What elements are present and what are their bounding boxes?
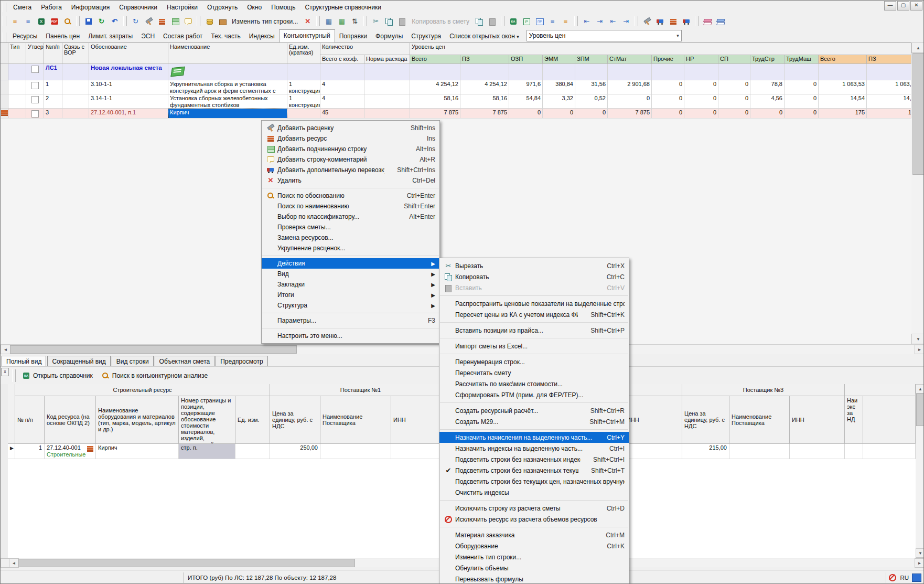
menu-item-add-subrow[interactable]: Добавить подчиненную строкуAlt+Ins bbox=[262, 144, 439, 154]
tab-teh-chast[interactable]: Тех. часть bbox=[207, 30, 244, 43]
menu-item-copy[interactable]: КопироватьCtrl+C bbox=[439, 271, 629, 282]
menu-informacia[interactable]: Информация bbox=[67, 2, 114, 13]
cargo-button[interactable] bbox=[216, 15, 229, 27]
cell-value[interactable]: 0 bbox=[785, 94, 819, 109]
cell-value[interactable]: 0 bbox=[652, 94, 684, 109]
checkbox[interactable] bbox=[31, 110, 39, 118]
cell-value[interactable] bbox=[460, 64, 509, 80]
cell-name[interactable]: Установка сборных железобетонных фундаме… bbox=[168, 94, 287, 109]
menu-item-assign-indexes[interactable]: Назначить индексы на выделенную часть...… bbox=[439, 443, 629, 454]
cell-value[interactable] bbox=[575, 64, 608, 80]
checkbox[interactable] bbox=[31, 96, 39, 103]
cell-value[interactable]: 4 254,12 bbox=[460, 80, 509, 94]
cell-value[interactable]: 0 bbox=[509, 109, 543, 119]
outdent-button[interactable] bbox=[606, 15, 619, 27]
table-row[interactable]: 3 27.12.40-001, п.1 Кирпич 45 7 875 7 87… bbox=[1, 109, 911, 119]
cell-type[interactable] bbox=[8, 109, 26, 119]
tab-struktura[interactable]: Структура bbox=[407, 30, 445, 43]
delete-row-button[interactable] bbox=[301, 15, 314, 27]
cell-num[interactable]: 1 bbox=[44, 80, 62, 94]
cell-page[interactable]: стр. п. bbox=[179, 444, 235, 459]
keyboard-layout-indicator[interactable]: RU bbox=[897, 575, 912, 581]
menu-strukturnye[interactable]: Структурные справочники bbox=[300, 2, 386, 13]
cell-value[interactable]: 14,54 bbox=[819, 94, 867, 109]
refresh-button[interactable] bbox=[95, 15, 108, 27]
menu-item-customer-material[interactable]: Материал заказчикаCtrl+M bbox=[439, 529, 629, 540]
col-num[interactable]: №п/п bbox=[44, 43, 62, 64]
cell-value[interactable]: 0 bbox=[575, 109, 608, 119]
table-row[interactable]: ЛС1 Новая локальная смета bbox=[1, 64, 911, 80]
scroll-right-icon[interactable]: ► bbox=[915, 558, 924, 568]
menu-item-view[interactable]: Вид▶ bbox=[262, 269, 439, 279]
menu-item-structure[interactable]: Структура▶ bbox=[262, 300, 439, 311]
cell-unit[interactable]: 1 конструкция bbox=[287, 94, 320, 109]
cell-value[interactable] bbox=[867, 64, 911, 80]
scroll-up-icon[interactable]: ▲ bbox=[911, 43, 924, 53]
price-level-combobox[interactable]: Уровень цен ▾ bbox=[527, 30, 682, 41]
cell-value[interactable]: 1 063,53 bbox=[867, 80, 911, 94]
cell-approved[interactable] bbox=[26, 94, 44, 109]
cut-button[interactable] bbox=[369, 15, 382, 27]
cell-value[interactable] bbox=[410, 64, 460, 80]
cell-value[interactable] bbox=[785, 64, 819, 80]
scrollbar-thumb[interactable] bbox=[18, 559, 355, 567]
col-inn-3[interactable]: ИНН bbox=[790, 396, 845, 444]
checkbox[interactable] bbox=[31, 82, 39, 89]
menu-item-change-row-type[interactable]: Изменить тип строки... bbox=[439, 551, 629, 562]
col-zpm[interactable]: ЗПМ bbox=[575, 55, 608, 64]
cell-value[interactable]: 14,54 bbox=[867, 94, 911, 109]
cell-value[interactable]: 7 875 bbox=[608, 109, 652, 119]
col-price-1[interactable]: Цена за единицу, руб. с НДС bbox=[270, 396, 320, 444]
search-ka-button[interactable]: Поиск в конъюнктурном анализе bbox=[97, 369, 212, 382]
scroll-left-icon[interactable]: ◄ bbox=[1, 345, 10, 354]
cell-link[interactable] bbox=[62, 109, 89, 119]
scroll-left-icon[interactable]: ◄ bbox=[9, 558, 19, 568]
col-qty-total[interactable]: Всего с коэф. bbox=[320, 55, 364, 64]
cell-value[interactable]: 4,56 bbox=[750, 94, 785, 109]
menu-item-customize-menu[interactable]: Настроить это меню... bbox=[262, 331, 439, 341]
cell-price-1[interactable]: 250,00 bbox=[270, 444, 320, 459]
cell-value[interactable]: 0,52 bbox=[575, 94, 608, 109]
menu-item-search-justification[interactable]: Поиск по обоснованиюCtrl+Enter bbox=[262, 190, 439, 201]
cell-approved[interactable] bbox=[26, 109, 44, 119]
col-supplier-name-1[interactable]: Наименование Поставщика bbox=[320, 396, 391, 444]
cell-value[interactable]: 0 bbox=[718, 80, 750, 94]
add-resource-button[interactable] bbox=[155, 15, 168, 27]
sort-button[interactable] bbox=[348, 15, 361, 27]
cell-value[interactable] bbox=[543, 64, 575, 80]
menu-item-totals[interactable]: Итоги▶ bbox=[262, 290, 439, 300]
save-button[interactable] bbox=[82, 15, 95, 27]
tab-sostav-rabot[interactable]: Состав работ bbox=[159, 30, 207, 43]
cell-unit[interactable] bbox=[235, 444, 270, 459]
close-button[interactable]: ✕ bbox=[910, 1, 922, 10]
splitter-box[interactable] bbox=[1, 558, 9, 568]
cell-approved[interactable] bbox=[26, 64, 44, 80]
tab-sokraschenny-vid[interactable]: Сокращенный вид bbox=[47, 356, 110, 367]
menu-item-calc-max-min[interactable]: Рассчитать по макс\мин стоимости... bbox=[439, 378, 629, 389]
col-justification[interactable]: Обоснование bbox=[89, 43, 168, 64]
cell-unit[interactable]: 1 конструкция bbox=[287, 80, 320, 94]
menu-item-delete[interactable]: УдалитьCtrl+Del bbox=[262, 175, 439, 186]
menu-item-recalc-ka[interactable]: Пересчет цены из КА с учетом индекса ФИ.… bbox=[439, 309, 629, 320]
menu-item-assign-charges[interactable]: Назначить начисления на выделенную часть… bbox=[439, 432, 629, 443]
cell-norm[interactable] bbox=[364, 64, 410, 80]
cell-value[interactable] bbox=[652, 64, 684, 80]
update-row-button[interactable] bbox=[129, 15, 142, 27]
menu-item-actions[interactable]: Действия▶ bbox=[262, 258, 439, 269]
menu-item-spread-prices[interactable]: Распространить ценовые показатели на выд… bbox=[439, 298, 629, 309]
col-trudmash[interactable]: ТрудМаш bbox=[785, 55, 819, 64]
menu-item-check-estimate[interactable]: Проверка сметы... bbox=[262, 222, 439, 232]
menu-item-add-rate[interactable]: Добавить расценкуShift+Ins bbox=[262, 123, 439, 133]
tree-collapse-button[interactable] bbox=[8, 15, 22, 27]
cell-link[interactable] bbox=[62, 64, 89, 80]
cell-value[interactable]: 3,32 bbox=[543, 94, 575, 109]
scrollbar-thumb[interactable] bbox=[916, 394, 924, 426]
cell-type[interactable] bbox=[8, 64, 26, 80]
col-price-3[interactable]: Цена за единицу, руб. с НДС bbox=[682, 396, 729, 444]
cell-value[interactable] bbox=[718, 64, 750, 80]
truck-bricks-button[interactable] bbox=[680, 15, 693, 27]
scroll-down-icon[interactable]: ▼ bbox=[911, 334, 924, 344]
col-approved[interactable]: Утвер bbox=[26, 43, 44, 64]
cell-value[interactable] bbox=[819, 64, 867, 80]
cell-inn-2[interactable] bbox=[625, 444, 682, 459]
